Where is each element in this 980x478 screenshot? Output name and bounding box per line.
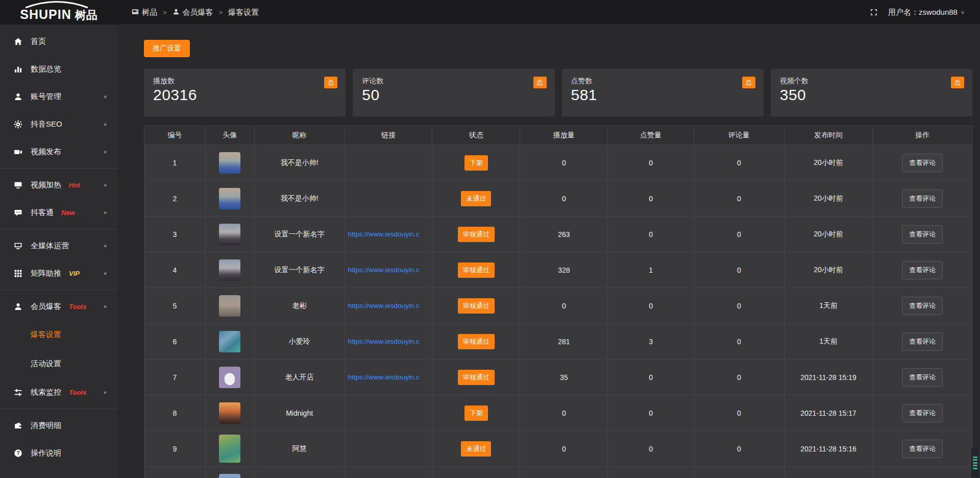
sidebar-item-data-overview[interactable]: 数据总览 [0, 55, 117, 83]
stat-value: 20316 [153, 86, 336, 104]
promo-settings-button[interactable]: 推广设置 [144, 40, 190, 57]
cell-comments: 0 [694, 288, 784, 324]
sidebar-item-video-heat[interactable]: 视频加热Hot∨ [0, 171, 117, 199]
sidebar-subitem-baoke-settings[interactable]: 爆客设置 [0, 320, 117, 349]
floating-widget[interactable] [971, 447, 979, 478]
fullscreen-icon[interactable] [870, 8, 878, 16]
cell-status: 审核通过 [432, 288, 520, 324]
sidebar-item-douketong[interactable]: 抖客通New∨ [0, 199, 117, 226]
avatar [219, 152, 240, 174]
video-link[interactable]: https://www.iesdouyin.c [346, 373, 432, 381]
column-header: 点赞量 [608, 126, 694, 145]
cell-id: 1 [144, 145, 206, 181]
sidebar-item-media-ops[interactable]: 全媒体运营∨ [0, 232, 117, 259]
breadcrumb-item-home[interactable]: 树品 [132, 8, 157, 17]
stat-label: 点赞数 [571, 77, 754, 86]
cell-likes [608, 467, 694, 478]
cell-time: 2021-11-28 15:17 [784, 395, 873, 431]
cell-time: 20小时前 [784, 252, 873, 288]
sidebar-item-label: 账号管理 [31, 92, 61, 102]
status-badge: 审核通过 [458, 262, 495, 278]
status-badge: 审核通过 [458, 227, 495, 242]
sidebar-item-home[interactable]: 首页 [0, 28, 117, 55]
cell-id: 8 [144, 395, 206, 431]
chat-icon [14, 208, 23, 217]
table-row [144, 467, 972, 478]
logo-text-cn: 树品 [75, 9, 97, 21]
view-comments-button[interactable]: 查看评论 [902, 332, 943, 351]
avatar [219, 367, 240, 388]
cell-nickname: 设置一个新名字 [254, 217, 345, 252]
sidebar-subitem-activity-settings[interactable]: 活动设置 [0, 349, 117, 378]
cell-link [345, 145, 432, 181]
sidebar-item-label: 首页 [31, 37, 46, 46]
stats-row: 播放数20316总评论数50总点赞数581总视频个数350总 [144, 69, 972, 116]
home-icon [14, 37, 23, 46]
video-link[interactable]: https://www.iesdouyin.c [346, 302, 432, 309]
sidebar-item-label: 操作说明 [31, 448, 61, 458]
sidebar-item-douyin-seo[interactable]: 抖音SEO∨ [0, 110, 117, 138]
sidebar-item-consume-detail[interactable]: 消费明细 [0, 412, 117, 439]
stat-card-1: 评论数50总 [353, 69, 554, 116]
cell-nickname: Midnight [254, 395, 345, 431]
stat-label: 播放数 [153, 77, 336, 86]
table-row: 2我不是小帅!未通过00020小时前查看评论 [144, 181, 972, 217]
sidebar-item-clue-monitor[interactable]: 线索监控Tools∨ [0, 378, 117, 406]
cell-nickname: 我不是小帅! [254, 181, 345, 217]
sidebar-item-matrix-boost[interactable]: 矩阵助推VIP∨ [0, 259, 117, 287]
cell-actions: 查看评论 [873, 217, 972, 252]
chevron-down-icon: ∨ [103, 271, 107, 276]
video-link[interactable]: https://www.iesdouyin.c [346, 230, 432, 238]
breadcrumb-item-member[interactable]: 会员爆客 [173, 8, 213, 17]
chevron-down-icon: ∨ [103, 243, 107, 248]
status-badge: 下架 [464, 405, 488, 421]
video-table-wrap: 编号头像昵称链接状态播放量点赞量评论量发布时间操作 1我不是小帅!下架00020… [144, 126, 972, 478]
app-logo: SHUPIN 树品 [0, 0, 117, 25]
table-row: 7老人开店https://www.iesdouyin.c审核通过35002021… [144, 360, 972, 395]
cell-comments: 0 [694, 324, 784, 360]
cell-avatar [206, 181, 255, 217]
user-menu[interactable]: 用户名：zswodun88 ∨ [888, 8, 965, 17]
status-badge: 未通过 [461, 191, 491, 206]
cell-status [432, 467, 520, 478]
column-header: 评论量 [694, 126, 784, 145]
status-badge: 下架 [464, 155, 488, 171]
cell-time: 20小时前 [784, 145, 873, 181]
cell-status: 审核通过 [432, 252, 520, 288]
sidebar-item-member-baoke[interactable]: 会员爆客Tools∧ [0, 293, 117, 320]
sidebar-item-help[interactable]: ?操作说明 [0, 439, 117, 467]
cell-likes: 0 [608, 181, 694, 217]
sidebar-item-account[interactable]: 账号管理∨ [0, 83, 117, 110]
cell-status: 下架 [432, 145, 520, 181]
cell-link [345, 431, 432, 467]
cell-link [345, 181, 432, 217]
cell-comments [694, 467, 784, 478]
cell-avatar [206, 145, 255, 181]
table-header-row: 编号头像昵称链接状态播放量点赞量评论量发布时间操作 [144, 126, 972, 145]
logo-text-en: SHUPIN [20, 8, 71, 21]
cell-likes: 0 [608, 145, 694, 181]
chevron-down-icon: ∨ [961, 10, 965, 15]
cell-plays: 281 [520, 324, 608, 360]
video-link[interactable]: https://www.iesdouyin.c [346, 338, 432, 345]
widget-bar [973, 462, 977, 464]
view-comments-button[interactable]: 查看评论 [902, 189, 943, 208]
view-comments-button[interactable]: 查看评论 [902, 440, 943, 458]
view-comments-button[interactable]: 查看评论 [902, 404, 943, 422]
stat-label: 评论数 [362, 77, 545, 86]
view-comments-button[interactable]: 查看评论 [902, 368, 943, 387]
sidebar-item-label: 消费明细 [31, 421, 61, 431]
view-comments-button[interactable]: 查看评论 [902, 261, 943, 279]
video-link[interactable]: https://www.iesdouyin.c [346, 266, 432, 274]
chevron-down-icon: ∨ [103, 122, 107, 127]
chevron-down-icon: ∨ [103, 210, 107, 215]
sidebar-item-video-publish[interactable]: 视频发布∨ [0, 138, 117, 165]
cell-plays: 0 [520, 395, 608, 431]
cell-comments: 0 [694, 217, 784, 252]
cell-status: 审核通过 [432, 324, 520, 360]
cell-nickname: 小爱玲 [254, 324, 345, 360]
cell-time: 1天前 [784, 324, 873, 360]
view-comments-button[interactable]: 查看评论 [902, 154, 943, 172]
view-comments-button[interactable]: 查看评论 [902, 225, 943, 244]
view-comments-button[interactable]: 查看评论 [902, 297, 943, 315]
